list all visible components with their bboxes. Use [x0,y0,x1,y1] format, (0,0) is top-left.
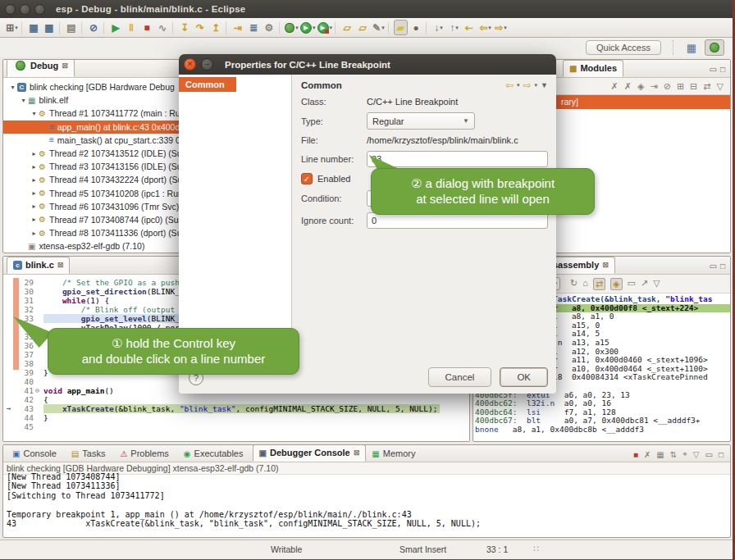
console-tab[interactable]: ▣ Console [7,446,66,462]
ok-button[interactable]: OK [500,367,548,387]
back-icon[interactable]: ⇦ [505,80,514,91]
toolbar-button[interactable]: ⇨ ▾ [494,20,508,35]
modules-toolbar-icon[interactable]: ⊘ [664,81,671,92]
line-number[interactable]: 29 [14,278,34,287]
forward-icon[interactable]: ⇨ [523,80,532,91]
toolbar-button[interactable]: ▶ ▾ [300,20,316,35]
disassembly-toolbar-icon[interactable]: ▽ [653,278,660,290]
toolbar-button[interactable]: ≣ [247,20,261,35]
toolbar-button[interactable] [279,21,282,34]
tree-expander-icon[interactable]: ▾ [30,110,39,117]
toolbar-button[interactable]: ▶ ▾ [317,20,333,35]
maximize-icon[interactable] [34,4,45,15]
disassembly-toolbar-icon[interactable]: ▭ [628,278,636,290]
console-action-icon[interactable]: ▦ [656,450,664,459]
disassembly-toolbar-icon[interactable]: ⇄ [593,278,605,290]
maximize-view-icon[interactable]: □ [720,262,725,271]
toolbar-button[interactable]: ↥ [209,20,223,35]
tab-modules[interactable]: ▦ Modules [563,60,623,77]
toolbar-button[interactable]: ✎ ▾ [372,20,386,35]
tree-expander-icon[interactable]: ▾ [8,84,17,91]
line-number[interactable]: 37 [14,350,34,359]
toolbar-button[interactable]: ∿ [156,20,170,35]
toolbar-button[interactable]: ● [409,20,423,35]
toolbar-button[interactable]: ⇥ [231,20,245,35]
modules-toolbar-icon[interactable]: ⊟ [690,81,697,92]
tree-expander-icon[interactable]: ▸ [30,230,39,237]
modules-toolbar-icon[interactable]: ⇥ [650,81,657,92]
toolbar-button[interactable] [226,21,229,34]
tree-expander-icon[interactable]: ▸ [30,203,39,210]
toolbar-button[interactable] [426,21,429,34]
toolbar-button[interactable]: ▾ [285,20,299,35]
fold-icon[interactable] [34,413,41,422]
toolbar-button[interactable]: ▱ [356,20,370,35]
fold-icon[interactable] [34,404,41,413]
minimize-view-icon[interactable]: ▭ [710,65,717,74]
line-number[interactable]: 44 [14,413,34,422]
console-action-icon[interactable]: □ [719,450,724,459]
tree-expander-icon[interactable]: ▸ [30,163,39,171]
line-number-input[interactable]: 33 [367,151,548,167]
line-number[interactable]: 39 [14,368,34,377]
modules-toolbar-icon[interactable]: ◈ [637,81,644,92]
toolbar-button[interactable] [388,21,391,34]
tree-expander-icon[interactable]: ▸ [30,189,39,197]
modules-toolbar-icon[interactable]: ✗ [611,81,619,92]
dropdown-arrow-icon[interactable]: ▾ [504,25,507,31]
type-select[interactable]: Regular ▼ [367,112,475,130]
fold-icon[interactable]: ⊖ [34,386,41,395]
dropdown-arrow-icon[interactable]: ▾ [15,25,18,31]
line-number[interactable]: 31 [14,296,34,305]
tree-expander-icon[interactable]: ▸ [30,150,39,157]
toolbar-button[interactable]: ▶ [109,20,123,35]
tree-expander-icon[interactable]: ▸ [30,216,39,223]
disassembly-toolbar-icon[interactable]: ⌂ [582,278,588,290]
toolbar-button[interactable]: ↷ [194,20,208,35]
line-number[interactable]: 45 [14,422,34,431]
toolbar-button[interactable] [59,21,62,34]
toolbar-button[interactable]: ↑ ▾ [447,20,461,35]
tree-expander-icon[interactable]: ▸ [30,176,39,184]
toolbar-button[interactable]: ⚙ [262,20,276,35]
minimize-icon[interactable] [20,4,30,15]
dropdown-arrow-icon[interactable]: ▾ [440,25,443,31]
dropdown-arrow-icon[interactable]: ▾ [330,25,333,31]
close-tab-icon[interactable]: ⊠ [57,261,64,269]
view-menu-icon[interactable]: ▼ [541,81,548,89]
line-number[interactable]: 38 [14,359,34,368]
toolbar-button[interactable] [172,21,176,34]
line-number[interactable]: 30 [14,287,34,296]
enabled-checkbox[interactable]: ✓ [301,173,313,184]
maximize-view-icon[interactable]: □ [720,65,725,74]
code-line[interactable]: 42 { [3,395,469,404]
dropdown-arrow-icon[interactable]: ▾ [381,25,385,31]
line-number[interactable]: 40 [14,377,34,386]
code-line[interactable]: 45 [3,422,469,431]
toolbar-button[interactable]: ▱ [340,20,354,35]
modules-toolbar-icon[interactable]: ✗ [624,81,632,92]
open-perspective-icon[interactable]: ▦ [682,39,701,56]
console-tab[interactable]: ▤ Tasks [66,446,115,462]
close-tab-icon[interactable]: ⊠ [354,448,360,457]
console-action-icon[interactable]: ⌖ [682,449,687,459]
toolbar-button[interactable] [103,21,107,34]
dialog-close-icon[interactable]: ✕ [184,58,196,71]
fold-icon[interactable] [34,377,41,386]
sidebar-item-common[interactable]: Common [179,77,236,92]
line-number[interactable]: 41 [14,386,34,395]
console-action-icon[interactable]: ■ [633,450,638,459]
console-output[interactable]: [New Thread 1073408744] [New Thread 1073… [3,472,730,528]
fold-icon[interactable] [34,305,41,314]
dialog-minimize-icon[interactable]: – [201,58,213,71]
fold-icon[interactable] [34,278,41,287]
toolbar-button[interactable]: ↧ [178,20,192,35]
disassembly-toolbar-icon[interactable]: ↻ [570,278,578,290]
line-number[interactable]: 32 [14,305,34,314]
line-number[interactable]: 42 [14,395,34,404]
tree-expander-icon[interactable]: ▾ [19,97,28,104]
toolbar-button[interactable] [335,21,338,34]
fold-icon[interactable] [34,296,41,305]
tab-debug[interactable]: Debug ⊠ [7,59,75,77]
fold-icon[interactable] [34,359,41,368]
